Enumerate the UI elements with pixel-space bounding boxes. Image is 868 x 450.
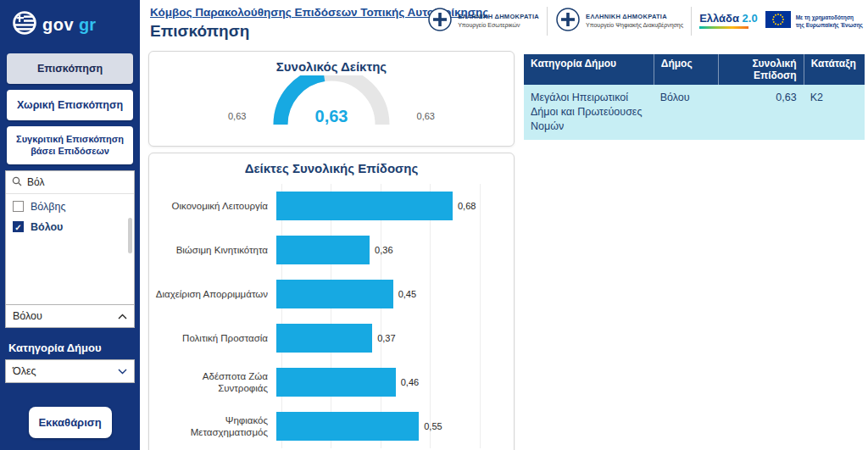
hellenic-republic-emblem-icon	[555, 7, 581, 36]
performance-indicators-card: Δείκτες Συνολικής Επίδοσης Οικονομική Λε…	[148, 153, 515, 450]
main-content: Κόμβος Παρακολούθησης Επιδόσεων Τοπικής …	[140, 0, 868, 450]
search-icon	[12, 175, 22, 190]
table-header-row: Κατηγορία Δήμου Δήμος Συνολική Επίδοση Κ…	[524, 54, 865, 85]
bar-fill[interactable]	[276, 412, 419, 441]
bar-category-label: Αδέσποτα Ζώα Συντροφιάς	[154, 370, 276, 395]
ministry-subtitle: Υπουργείο Εσωτερικών	[458, 21, 539, 29]
header-logos: ΕΛΛΗΝΙΚΗ ΔΗΜΟΚΡΑΤΙΑ Υπουργείο Εσωτερικών…	[427, 7, 863, 36]
eu-funding-logo: Με τη χρηματοδότηση της Ευρωπαϊκής Ένωση…	[765, 11, 863, 31]
column-header: Κατάταξη	[804, 54, 865, 85]
bar-fill[interactable]	[276, 236, 370, 264]
govgr-logo: govgr	[0, 0, 140, 47]
greek-emblem-icon	[12, 10, 37, 39]
ministry-digital-logo: ΕΛΛΗΝΙΚΗ ΔΗΜΟΚΡΑΤΙΑ Υπουργείο Ψηφιακής Δ…	[555, 7, 683, 36]
bar-fill[interactable]	[276, 368, 396, 397]
bar-value-label: 0,36	[375, 245, 392, 255]
municipality-item-label: Βόλβης	[31, 201, 65, 213]
bar-value-label: 0,68	[458, 201, 476, 211]
bar-category-label: Βιώσιμη Κινητικότητα	[154, 244, 276, 256]
slicer-dropdown-header[interactable]: Βόλου	[6, 304, 134, 327]
cell-score: 0,63	[718, 85, 804, 140]
bar-fill[interactable]	[276, 192, 453, 220]
bar-category-label: Ψηφιακός Μετασχηματισμός	[154, 414, 276, 439]
ranking-table: Κατηγορία Δήμου Δήμος Συνολική Επίδοση Κ…	[524, 54, 865, 140]
bar-chart: Οικονομική Λειτουργία 0,68 Βιώσιμη Κινητ…	[154, 184, 502, 448]
sidebar: govgr Επισκόπηση Χωρική Επισκόπηση Συγκρ…	[0, 0, 140, 450]
bar-row: Διαχείριση Απορριμμάτων 0,45	[154, 272, 502, 316]
ministry-title: ΕΛΛΗΝΙΚΗ ΔΗΜΟΚΡΑΤΙΑ	[458, 13, 539, 21]
slicer-search-row	[6, 171, 134, 194]
bar-category-label: Οικονομική Λειτουργία	[154, 200, 276, 212]
bar-row: Αδέσποτα Ζώα Συντροφιάς 0,46	[154, 360, 502, 404]
bar-category-label: Διαχείριση Απορριμμάτων	[154, 288, 276, 300]
ministry-subtitle: Υπουργείο Ψηφιακής Διακυβέρνησης	[586, 21, 683, 29]
logo-text-gov: gov	[42, 15, 74, 35]
bar-chart-title: Δείκτες Συνολικής Επίδοσης	[149, 161, 514, 175]
cell-rank: K2	[804, 85, 865, 140]
nav-comparative-overview-button[interactable]: Συγκριτική Επισκόπηση βάσει Επιδόσεων	[7, 126, 133, 164]
bar-row: Βιώσιμη Κινητικότητα 0,36	[154, 228, 502, 272]
bar-fill[interactable]	[276, 324, 372, 353]
bar-fill[interactable]	[276, 280, 393, 308]
bar-value-label: 0,45	[398, 289, 416, 299]
category-filter-label: Κατηγορία Δήμου	[8, 342, 131, 354]
municipality-list: Βόλβης Βόλου	[6, 194, 134, 304]
ministry-title: ΕΛΛΗΝΙΚΗ ΔΗΜΟΚΡΑΤΙΑ	[586, 13, 683, 21]
bar-value-label: 0,55	[424, 421, 442, 431]
municipality-search-input[interactable]	[27, 176, 128, 188]
gauge-min-label: 0,63	[228, 111, 246, 121]
greece-2-0-version: 2.0	[743, 12, 758, 25]
column-header: Κατηγορία Δήμου	[524, 54, 654, 85]
column-header: Δήμος	[654, 54, 718, 85]
gauge-max-label: 0,63	[417, 111, 435, 121]
bar-row: Πολιτική Προστασία 0,37	[154, 316, 502, 360]
bar-value-label: 0,46	[401, 377, 419, 387]
cell-municipality: Βόλου	[654, 85, 718, 140]
greece-2-0-logo: Ελλάδα 2.0	[699, 12, 758, 31]
gauge-title: Συνολικός Δείκτης	[149, 59, 514, 74]
logo-text-gr: gr	[79, 15, 96, 35]
nav-spatial-overview-button[interactable]: Χωρική Επισκόπηση	[7, 90, 133, 120]
eu-funding-line1: Με τη χρηματοδότηση	[796, 14, 863, 21]
column-header: Συνολική Επίδοση	[718, 54, 804, 85]
overall-index-card: Συνολικός Δείκτης 0,63 0,63 0,63	[148, 51, 515, 147]
municipality-item-label: Βόλου	[31, 221, 63, 233]
municipality-item[interactable]: Βόλβης	[6, 197, 134, 217]
bar-row: Ψηφιακός Μετασχηματισμός 0,55	[154, 404, 502, 448]
cell-category: Μεγάλοι Ηπειρωτικοί Δήμοι και Πρωτεύουσε…	[524, 85, 654, 140]
checkbox-icon	[13, 221, 24, 232]
bar-category-label: Πολιτική Προστασία	[154, 332, 276, 344]
eu-flag-icon	[765, 11, 791, 31]
municipality-item[interactable]: Βόλου	[6, 217, 134, 237]
eu-funding-line2: της Ευρωπαϊκής Ένωσης	[796, 21, 863, 29]
nav-overview-button[interactable]: Επισκόπηση	[7, 53, 133, 84]
divider	[691, 7, 692, 36]
checkbox-icon	[13, 201, 24, 212]
clear-filters-button[interactable]: Εκκαθάριση	[29, 407, 112, 438]
divider	[547, 7, 548, 36]
category-select-value: Όλες	[13, 365, 36, 377]
bar-value-label: 0,37	[377, 333, 395, 343]
municipality-slicer: Βόλβης Βόλου Βόλου	[5, 170, 135, 328]
ministry-interior-logo: ΕΛΛΗΝΙΚΗ ΔΗΜΟΚΡΑΤΙΑ Υπουργείο Εσωτερικών	[427, 7, 539, 36]
chevron-up-icon	[118, 310, 127, 322]
category-select[interactable]: Όλες	[5, 359, 135, 383]
chevron-down-icon	[118, 365, 127, 377]
slicer-selected-value: Βόλου	[13, 310, 42, 322]
gauge-chart: 0,63 0,63 0,63	[204, 74, 459, 128]
table-row[interactable]: Μεγάλοι Ηπειρωτικοί Δήμοι και Πρωτεύουσε…	[524, 85, 865, 140]
greece-2-0-text: Ελλάδα	[699, 12, 742, 25]
app-root: govgr Επισκόπηση Χωρική Επισκόπηση Συγκρ…	[0, 0, 868, 450]
gauge-value: 0,63	[315, 107, 348, 126]
greece-2-0-color-bar	[699, 26, 748, 29]
bar-row: Οικονομική Λειτουργία 0,68	[154, 184, 502, 228]
hellenic-republic-emblem-icon	[427, 7, 453, 36]
scrollbar-thumb[interactable]	[128, 218, 132, 253]
